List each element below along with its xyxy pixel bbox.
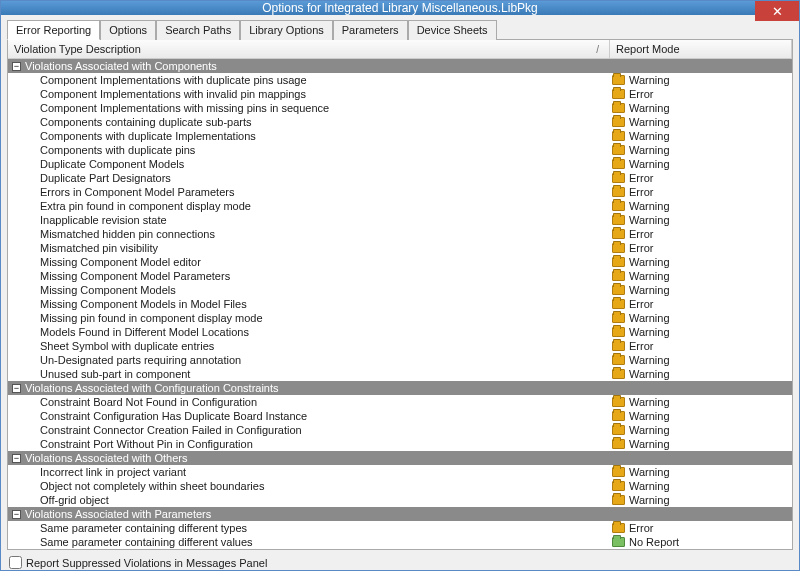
- tab-library-options[interactable]: Library Options: [240, 20, 333, 40]
- violation-row[interactable]: Incorrect link in project variantWarning: [8, 465, 792, 479]
- violation-row[interactable]: Missing Component Model editorWarning: [8, 255, 792, 269]
- report-mode-cell[interactable]: Error: [610, 87, 792, 101]
- violation-row[interactable]: Mismatched hidden pin connectionsError: [8, 227, 792, 241]
- report-mode-cell[interactable]: Warning: [610, 269, 792, 283]
- violation-row[interactable]: Errors in Component Model ParametersErro…: [8, 185, 792, 199]
- report-mode-label: Warning: [629, 395, 670, 409]
- group-header[interactable]: −Violations Associated with Others: [8, 451, 792, 465]
- folder-icon: [612, 131, 625, 141]
- report-mode-cell[interactable]: Warning: [610, 255, 792, 269]
- report-mode-cell[interactable]: Error: [610, 185, 792, 199]
- tab-device-sheets[interactable]: Device Sheets: [408, 20, 497, 40]
- violation-row[interactable]: Constraint Configuration Has Duplicate B…: [8, 409, 792, 423]
- report-mode-cell[interactable]: Warning: [610, 199, 792, 213]
- collapse-icon[interactable]: −: [12, 62, 21, 71]
- violation-row[interactable]: Missing Component Model ParametersWarnin…: [8, 269, 792, 283]
- report-mode-cell[interactable]: Warning: [610, 423, 792, 437]
- violation-row[interactable]: Components with duplicate pinsWarning: [8, 143, 792, 157]
- report-suppressed-checkbox[interactable]: [9, 556, 22, 569]
- report-mode-cell[interactable]: Warning: [610, 325, 792, 339]
- report-mode-cell[interactable]: Warning: [610, 479, 792, 493]
- violation-row[interactable]: Same parameter containing different valu…: [8, 535, 792, 549]
- violation-row[interactable]: Object not completely within sheet bound…: [8, 479, 792, 493]
- report-mode-cell[interactable]: Warning: [610, 311, 792, 325]
- report-suppressed-label[interactable]: Report Suppressed Violations in Messages…: [26, 557, 267, 569]
- report-mode-cell[interactable]: Warning: [610, 101, 792, 115]
- group-header[interactable]: −Violations Associated with Parameters: [8, 507, 792, 521]
- report-mode-cell[interactable]: Error: [610, 297, 792, 311]
- close-button[interactable]: ✕: [755, 1, 799, 21]
- violation-row[interactable]: Component Implementations with duplicate…: [8, 73, 792, 87]
- report-mode-cell[interactable]: No Report: [610, 535, 792, 549]
- collapse-icon[interactable]: −: [12, 510, 21, 519]
- violation-row[interactable]: Same parameter containing different type…: [8, 521, 792, 535]
- tab-error-reporting[interactable]: Error Reporting: [7, 20, 100, 40]
- violation-row[interactable]: Sheet Symbol with duplicate entriesError: [8, 339, 792, 353]
- violation-row[interactable]: Constraint Port Without Pin in Configura…: [8, 437, 792, 451]
- violation-row[interactable]: Inapplicable revision stateWarning: [8, 213, 792, 227]
- violation-row[interactable]: Missing Component ModelsWarning: [8, 283, 792, 297]
- violation-row[interactable]: Components containing duplicate sub-part…: [8, 115, 792, 129]
- report-mode-cell[interactable]: Warning: [610, 73, 792, 87]
- report-mode-cell[interactable]: Warning: [610, 353, 792, 367]
- folder-icon: [612, 467, 625, 477]
- column-header-report-mode[interactable]: Report Mode: [610, 40, 792, 58]
- tab-strip: Error ReportingOptionsSearch PathsLibrar…: [7, 19, 793, 39]
- report-mode-cell[interactable]: Warning: [610, 115, 792, 129]
- violation-row[interactable]: Un-Designated parts requiring annotation…: [8, 353, 792, 367]
- report-mode-label: Warning: [629, 283, 670, 297]
- violation-row[interactable]: Models Found in Different Model Location…: [8, 325, 792, 339]
- folder-icon: [612, 341, 625, 351]
- report-mode-cell[interactable]: Error: [610, 227, 792, 241]
- report-mode-cell[interactable]: Warning: [610, 283, 792, 297]
- collapse-icon[interactable]: −: [12, 384, 21, 393]
- folder-icon: [612, 243, 625, 253]
- folder-icon: [612, 271, 625, 281]
- report-mode-cell[interactable]: Error: [610, 241, 792, 255]
- group-label: Violations Associated with Configuration…: [25, 382, 279, 394]
- violation-row[interactable]: Duplicate Part DesignatorsError: [8, 171, 792, 185]
- folder-icon: [612, 145, 625, 155]
- report-mode-label: Error: [629, 171, 653, 185]
- grid-body[interactable]: −Violations Associated with ComponentsCo…: [8, 59, 792, 549]
- violation-row[interactable]: Duplicate Component ModelsWarning: [8, 157, 792, 171]
- folder-icon: [612, 313, 625, 323]
- report-mode-cell[interactable]: Warning: [610, 367, 792, 381]
- tab-options[interactable]: Options: [100, 20, 156, 40]
- column-header-description[interactable]: Violation Type Description /: [8, 40, 610, 58]
- tab-search-paths[interactable]: Search Paths: [156, 20, 240, 40]
- report-mode-cell[interactable]: Warning: [610, 493, 792, 507]
- group-header[interactable]: −Violations Associated with Components: [8, 59, 792, 73]
- folder-icon: [612, 159, 625, 169]
- tab-parameters[interactable]: Parameters: [333, 20, 408, 40]
- report-mode-cell[interactable]: Warning: [610, 395, 792, 409]
- report-mode-cell[interactable]: Warning: [610, 157, 792, 171]
- folder-icon: [612, 173, 625, 183]
- report-mode-cell[interactable]: Warning: [610, 465, 792, 479]
- violation-row[interactable]: Component Implementations with missing p…: [8, 101, 792, 115]
- report-mode-label: Warning: [629, 423, 670, 437]
- violation-row[interactable]: Mismatched pin visibilityError: [8, 241, 792, 255]
- collapse-icon[interactable]: −: [12, 454, 21, 463]
- report-mode-cell[interactable]: Error: [610, 339, 792, 353]
- violation-row[interactable]: Component Implementations with invalid p…: [8, 87, 792, 101]
- violation-row[interactable]: Off-grid objectWarning: [8, 493, 792, 507]
- violation-row[interactable]: Constraint Connector Creation Failed in …: [8, 423, 792, 437]
- violation-row[interactable]: Components with duplicate Implementation…: [8, 129, 792, 143]
- violation-row[interactable]: Missing pin found in component display m…: [8, 311, 792, 325]
- violation-row[interactable]: Unused sub-part in componentWarning: [8, 367, 792, 381]
- report-mode-cell[interactable]: Warning: [610, 129, 792, 143]
- report-mode-cell[interactable]: Warning: [610, 437, 792, 451]
- group-header[interactable]: −Violations Associated with Configuratio…: [8, 381, 792, 395]
- close-icon: ✕: [772, 4, 783, 19]
- report-mode-cell[interactable]: Error: [610, 521, 792, 535]
- report-mode-cell[interactable]: Warning: [610, 143, 792, 157]
- report-mode-label: Warning: [629, 353, 670, 367]
- report-mode-cell[interactable]: Warning: [610, 409, 792, 423]
- report-mode-cell[interactable]: Warning: [610, 213, 792, 227]
- violation-row[interactable]: Extra pin found in component display mod…: [8, 199, 792, 213]
- violation-row[interactable]: Constraint Board Not Found in Configurat…: [8, 395, 792, 409]
- report-mode-cell[interactable]: Error: [610, 171, 792, 185]
- violation-description: Component Implementations with invalid p…: [8, 87, 610, 101]
- violation-row[interactable]: Missing Component Models in Model FilesE…: [8, 297, 792, 311]
